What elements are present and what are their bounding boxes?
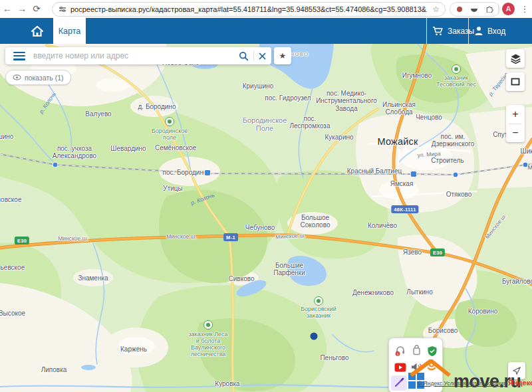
back-icon[interactable]: ← — [0, 0, 15, 18]
eye-icon — [13, 74, 21, 80]
user-icon — [474, 26, 483, 36]
home-button[interactable] — [25, 23, 49, 40]
terms-link[interactable]: © Яндекс Условия использования — [418, 380, 507, 387]
extensions-puzzle-icon[interactable] — [485, 3, 493, 15]
map-attribution[interactable]: © Яндекс Условия использования — [418, 380, 507, 387]
locate-button[interactable] — [508, 362, 525, 379]
nature-reserve-icon — [165, 117, 174, 126]
tab-map[interactable]: Карта — [53, 18, 86, 44]
orders-label: Заказы — [448, 27, 474, 36]
bookmark-star-icon[interactable]: ☆ — [432, 5, 440, 14]
login-label: Вход — [487, 27, 505, 36]
transit-stop-icon — [453, 172, 459, 178]
layers-button[interactable] — [506, 49, 525, 68]
favorites-button[interactable]: ★ — [274, 47, 291, 64]
navigation-arrow-icon — [511, 365, 522, 376]
road-badge: Е30 — [430, 248, 445, 256]
cart-icon — [432, 26, 444, 36]
select-area-button[interactable] — [506, 72, 525, 91]
map-canvas[interactable]: Новое СелоИЗНОВОКриушинод. Бородинопос. … — [0, 44, 532, 392]
odnoklassniki-icon[interactable] — [425, 360, 438, 373]
volume-icon[interactable] — [410, 360, 423, 373]
bag-icon[interactable] — [410, 343, 423, 357]
navbar-separator — [426, 18, 427, 44]
transit-stop-icon — [53, 162, 59, 168]
transit-stop-icon — [523, 162, 529, 168]
object-marker[interactable] — [311, 333, 318, 340]
railway-station-icon — [204, 169, 211, 176]
site-navbar: Карта Заказы Вход — [0, 18, 532, 44]
show-objects-button[interactable]: показать (1) — [5, 70, 71, 85]
browser-menu-icon[interactable]: ⋮ — [519, 0, 530, 18]
road-badge: 46К-1111 — [391, 205, 418, 213]
show-objects-label: показать (1) — [25, 74, 64, 82]
extension-icon-dark[interactable] — [470, 3, 478, 15]
site-info-icon[interactable] — [59, 5, 66, 13]
forward-icon[interactable]: → — [15, 0, 29, 18]
zoom-out-button[interactable]: − — [506, 124, 525, 143]
search-input[interactable] — [32, 50, 239, 61]
login-button[interactable]: Вход — [474, 18, 505, 44]
browser-toolbar: ← → ⟳ росреестр-выписка.рус/кадастровая_… — [0, 0, 532, 18]
reload-icon[interactable]: ⟳ — [29, 0, 44, 18]
zoom-panel: + − — [506, 105, 525, 142]
search-icon[interactable] — [239, 51, 249, 61]
nature-reserve-icon — [203, 320, 213, 330]
map-graphics — [0, 44, 532, 392]
home-icon — [30, 25, 45, 38]
toolbar-divider — [498, 4, 499, 14]
pen-icon[interactable] — [392, 376, 406, 389]
extensions-pill — [450, 2, 500, 17]
url-text[interactable]: росреестр-выписка.рус/кадастровая_карта#… — [70, 5, 427, 13]
layers-icon — [510, 53, 521, 64]
road-badge: Е30 — [15, 237, 29, 245]
shield-check-icon[interactable] — [426, 344, 439, 357]
menu-icon[interactable] — [13, 52, 25, 60]
profile-avatar[interactable]: A — [502, 3, 515, 15]
address-bar[interactable]: росреестр-выписка.рус/кадастровая_карта#… — [52, 2, 446, 17]
support-headset-icon[interactable]: 1 — [394, 344, 407, 357]
clear-icon[interactable] — [259, 52, 266, 60]
youtube-icon[interactable] — [394, 361, 407, 374]
area-icon — [510, 76, 521, 87]
extension-icon-red[interactable] — [456, 3, 463, 15]
railway-station-icon — [410, 171, 417, 177]
navbar-separator — [468, 18, 469, 44]
yandex-logo[interactable]: Яндекс — [508, 379, 532, 387]
search-divider — [253, 51, 254, 60]
search-bar[interactable] — [5, 47, 271, 64]
nature-reserve-icon — [452, 64, 461, 74]
svg-text:1: 1 — [396, 352, 398, 356]
nature-reserve-icon — [314, 296, 323, 306]
zoom-in-button[interactable]: + — [506, 105, 525, 124]
road-badge: М-1 — [223, 233, 238, 241]
